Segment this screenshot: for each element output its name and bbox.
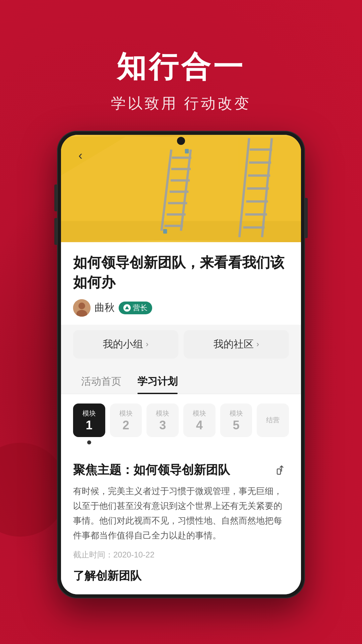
- badge-icon: [123, 304, 131, 312]
- article-body: 聚焦主题：如何领导创新团队 有时候，完美主义者过于习惯于微观管理，事无巨细，以至…: [61, 454, 301, 595]
- tab-bar: 活动首页 学习计划: [61, 367, 301, 394]
- header-section: 知行合一 学以致用 行动改变: [0, 0, 362, 113]
- chevron-right-icon-2: ›: [256, 339, 259, 349]
- phone-mockup: ‹ 如何领导创新团队，来看看我们该如何办 曲秋: [57, 131, 305, 598]
- module-chip-5[interactable]: 模块 5: [220, 404, 252, 437]
- main-title: 知行合一: [0, 47, 362, 87]
- focus-title: 聚焦主题：如何领导创新团队: [73, 462, 230, 478]
- my-group-button[interactable]: 我的小组 ›: [73, 330, 178, 359]
- nav-buttons: 我的小组 › 我的社区 ›: [61, 325, 301, 367]
- main-subtitle: 学以致用 行动改变: [0, 94, 362, 113]
- my-community-label: 我的社区: [214, 337, 254, 351]
- article-body-text: 有时候，完美主义者过于习惯于微观管理，事无巨细，以至于他们甚至没有意识到这个世界…: [73, 484, 289, 543]
- my-group-label: 我的小组: [103, 337, 143, 351]
- phone-screen: ‹ 如何领导创新团队，来看看我们该如何办 曲秋: [61, 135, 301, 594]
- my-community-button[interactable]: 我的社区 ›: [184, 330, 289, 359]
- deadline-text: 截止时间：2020-10-22: [73, 549, 289, 560]
- module-section: 模块 1 模块 2 模块 3 模块 4: [61, 394, 301, 454]
- tab-learning-plan[interactable]: 学习计划: [129, 369, 186, 394]
- module-chip-2[interactable]: 模块 2: [110, 404, 142, 437]
- rank-badge: 营长: [119, 302, 152, 314]
- svg-marker-26: [125, 306, 129, 309]
- active-dot: [87, 440, 91, 444]
- svg-point-24: [78, 303, 85, 309]
- svg-rect-22: [163, 229, 167, 234]
- back-button[interactable]: ‹: [73, 148, 88, 163]
- side-button-volume-up: [54, 184, 57, 211]
- focus-theme-row: 聚焦主题：如何领导创新团队: [73, 462, 289, 478]
- chevron-right-icon: ›: [146, 339, 148, 349]
- article-title: 如何领导创新团队，来看看我们该如何办: [73, 253, 289, 292]
- deadline-value: 2020-10-22: [113, 550, 155, 559]
- deadline-label: 截止时间：: [73, 550, 113, 559]
- module-selector: 模块 1 模块 2 模块 3 模块 4: [73, 404, 289, 437]
- article-header: 如何领导创新团队，来看看我们该如何办 曲秋: [61, 242, 301, 325]
- side-button-power: [305, 198, 308, 238]
- tab-activity-home[interactable]: 活动首页: [73, 369, 129, 394]
- author-name: 曲秋: [95, 301, 115, 315]
- svg-rect-21: [185, 149, 189, 154]
- module-chip-3[interactable]: 模块 3: [146, 404, 179, 437]
- author-row: 曲秋 营长: [73, 299, 289, 317]
- side-button-volume-down: [54, 218, 57, 245]
- hero-image: ‹: [61, 135, 301, 242]
- module-chip-4[interactable]: 模块 4: [183, 404, 216, 437]
- module-indicator: [73, 440, 289, 444]
- badge-label: 营长: [133, 303, 147, 313]
- phone-frame: ‹ 如何领导创新团队，来看看我们该如何办 曲秋: [57, 131, 305, 598]
- share-button[interactable]: [274, 463, 289, 477]
- svg-rect-27: [277, 469, 281, 474]
- back-arrow-icon: ‹: [78, 149, 82, 163]
- author-avatar: [73, 299, 90, 317]
- module-chip-1[interactable]: 模块 1: [73, 404, 105, 437]
- module-chip-end[interactable]: 结营: [257, 404, 289, 437]
- section-heading: 了解创新团队: [73, 568, 289, 584]
